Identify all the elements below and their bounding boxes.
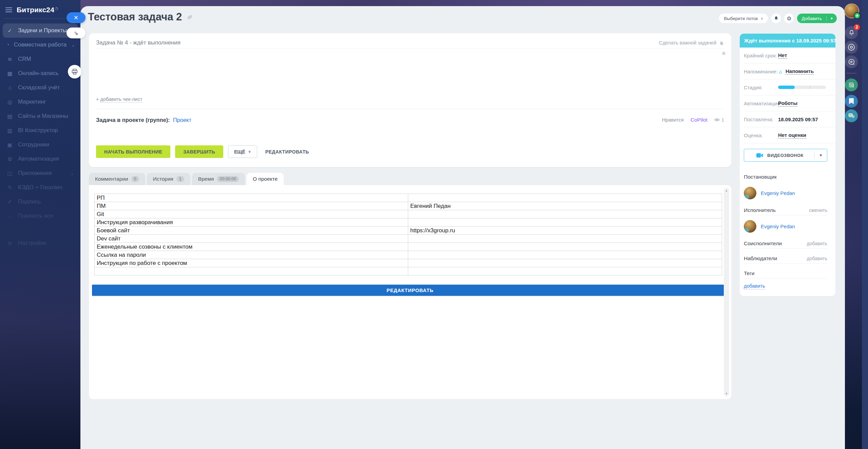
copilot-button[interactable] [845,41,858,54]
sidebar-item-подпись[interactable]: ✐Подпись [3,195,78,209]
project-group-label: Задача в проекте (группе): [96,117,170,123]
table-cell-name: Git [95,210,408,218]
page-title: Тестовая задача 2 [88,11,182,23]
sites-icon: ▤ [6,113,14,120]
news-icon [848,82,854,88]
project-info-table: РППМЕвгений ПеданGitИнструкция разворачи… [94,194,722,275]
creator-avatar[interactable] [744,187,756,199]
sidebar-item-кэдо-госключ[interactable]: ✎КЭДО + Госключ [3,180,78,195]
finish-task-button[interactable]: ЗАВЕРШИТЬ [175,145,223,158]
deadline-row: Крайний срок: Нет [744,48,835,64]
like-button[interactable]: Нравится [662,117,684,123]
sidebar-item-настройки[interactable]: ⚙Настройки [3,236,78,250]
make-important-button[interactable]: Сделать важной задачей [659,40,724,46]
open-slider-button[interactable]: ⇘ [67,28,86,38]
sidebar-item-совместная-работа[interactable]: ◔Совместная работа⌄ [3,38,78,52]
reminder-value[interactable]: Напомнить [786,68,814,75]
tab-time[interactable]: Время00:00:00 [192,173,245,185]
print-button[interactable] [68,65,81,78]
automation-value[interactable]: Роботы [778,100,797,107]
rating-value[interactable]: Нет оценки [778,132,806,139]
project-link[interactable]: Проект [173,117,191,123]
bitrix24-task-screen: Битрикс24◷ ✓Задачи и Проекты◔Совместная … [0,0,868,449]
stage-progress-bar[interactable] [778,86,826,89]
assignee-name-link[interactable]: Evgeniy Pedan [761,223,795,229]
time-badge: 00:00:00 [217,176,239,182]
tab-history[interactable]: История1 [147,173,190,185]
creator-person: Evgeniy Pedan [744,186,827,200]
add-checklist-link[interactable]: + добавить чек-лист [96,96,142,102]
arrow-down-right-icon: ⇘ [74,30,78,36]
signature-icon: ✐ [6,199,14,205]
scroll-down-icon[interactable]: ▼ [724,392,729,395]
sidebar-item-label: Совместная работа [14,41,67,48]
hamburger-menu-icon[interactable] [5,7,12,12]
user-avatar[interactable] [844,3,859,18]
sidebar-item-crm[interactable]: ≋CRM [3,52,78,66]
tab-comments[interactable]: Комментарии0 [89,173,145,185]
favorite-star-icon[interactable]: ★ [721,50,727,57]
task-status-line: Задача № 4 - ждёт выполнения [96,39,181,46]
sidebar-item-сайты-и-магазины[interactable]: ▤Сайты и Магазины [3,109,78,123]
chevron-down-icon: ▼ [827,17,837,20]
sidebar-item-задачи-и-проекты[interactable]: ✓Задачи и Проекты [3,23,78,38]
table-cell-value: https://x3group.ru [408,227,722,235]
notifications-button[interactable] [771,14,781,23]
add-tag-link[interactable]: добавить [744,283,827,289]
sidebar-item-онлайн-запись[interactable]: ▦Онлайн-запись [3,66,78,80]
comments-count-badge: 0 [131,176,139,182]
bi-icon: ▥ [6,127,14,134]
reminder-row: Напоминание: 🜂 Напомнить [744,64,835,79]
edit-project-info-button[interactable]: РЕДАКТИРОВАТЬ [92,285,728,296]
assignee-section-header: Исполнитель сменить [744,205,827,215]
creator-name-link[interactable]: Evgeniy Pedan [761,190,795,196]
gear-icon: ⚙ [787,15,791,22]
change-assignee-link[interactable]: сменить [809,208,827,213]
copilot-button[interactable]: CoPilot [691,117,707,123]
sidebar-item-сотрудники[interactable]: ▣Сотрудники [3,138,78,152]
add-button[interactable]: Добавить ▼ [797,14,837,23]
tab-about-project[interactable]: О проекте [247,173,284,185]
table-cell-value [408,235,722,243]
add-coassignee-link[interactable]: добавить [807,241,827,246]
toolbar-divider [846,73,856,73]
sidebar-item-label: Автоматизация [18,156,59,162]
news-feed-button[interactable] [845,78,858,91]
video-call-button[interactable]: ВИДЕОЗВОНОК ▼ [744,149,827,162]
sidebar-item-показать-все[interactable]: ⌄Показать все [3,209,78,223]
video-call-options-caret[interactable]: ▼ [815,153,827,157]
deadline-value[interactable]: Нет [778,52,787,59]
views-counter: 1 [714,117,724,123]
sidebar-item-bi-конструктор[interactable]: ▥BI Конструктор [3,123,78,138]
automation-row: Автоматизация: Роботы [744,95,835,111]
sidebar-item-label: Приложения [18,170,52,177]
settings-button[interactable]: ⚙ [784,14,794,23]
sidebar-item-label: CRM [18,56,31,62]
messenger-sync-button[interactable] [845,55,858,68]
edit-task-button[interactable]: РЕДАКТИРОВАТЬ [262,149,313,155]
sidebar-item-автоматизация[interactable]: ⚙Автоматизация [3,152,78,166]
assignee-avatar[interactable] [744,220,756,233]
sidebar-item-маркетинг[interactable]: ◎Маркетинг [3,95,78,109]
stream-select[interactable]: Выберите поток ∨ [719,14,768,23]
table-cell-value [408,259,722,267]
chevron-down-icon: ⌄ [6,213,14,219]
panel-scrollbar[interactable]: ▲ ▼ [724,188,729,396]
bookmarks-button[interactable] [845,95,858,108]
sidebar-item-приложения[interactable]: ◫Приложения⌄ [3,166,78,180]
scroll-up-icon[interactable]: ▲ [724,189,729,192]
history-count-badge: 1 [176,176,184,182]
marketing-icon: ◎ [6,99,14,105]
sidebar-item-label: BI Конструктор [18,127,58,134]
add-observer-link[interactable]: добавить [807,256,827,261]
sidebar-item-складской-уч-т[interactable]: ⌂Складской учёт [3,80,78,95]
more-actions-button[interactable]: ЕЩЁ ∨ [228,145,257,158]
chats-button[interactable] [845,109,858,122]
sidebar-item-label: Складской учёт [18,84,60,91]
start-task-button[interactable]: НАЧАТЬ ВЫПОЛНЕНИЕ [96,145,170,158]
table-cell-name: РП [95,194,408,202]
close-menu-button[interactable]: ✕ [67,12,86,23]
copy-link-icon[interactable] [187,14,193,20]
page-scroll-gutter[interactable] [862,0,868,449]
chevron-down-icon: ∨ [248,149,251,154]
